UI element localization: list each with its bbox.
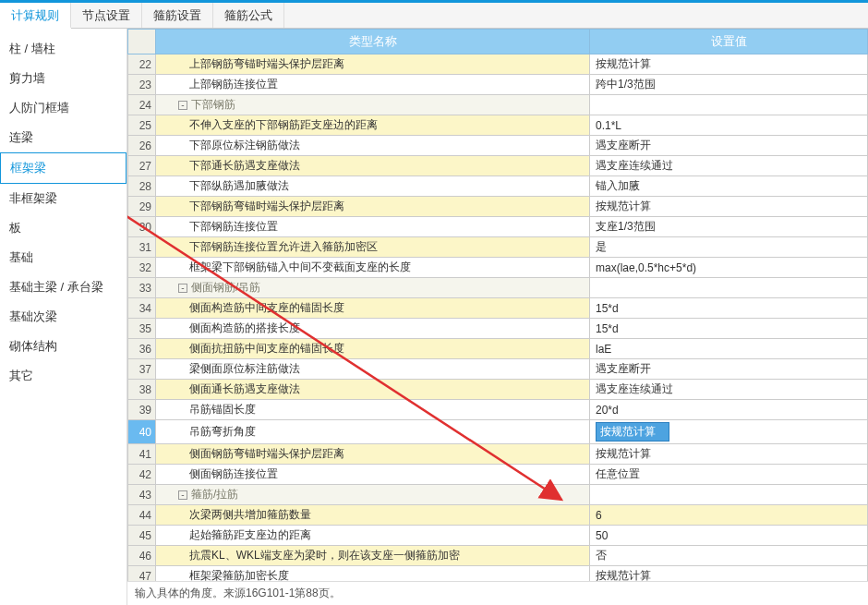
col-header-name[interactable]: 类型名称 <box>156 30 590 54</box>
tab-stirrup-formula[interactable]: 箍筋公式 <box>213 3 284 28</box>
table-row[interactable]: 31下部钢筋连接位置允许进入箍筋加密区是 <box>128 237 868 258</box>
tab-calc-rule[interactable]: 计算规则 <box>0 3 71 29</box>
table-row[interactable]: 41侧面钢筋弯锚时端头保护层距离按规范计算 <box>128 444 868 465</box>
row-value[interactable]: laE <box>590 339 868 359</box>
table-row[interactable]: 42侧面钢筋连接位置任意位置 <box>128 465 868 485</box>
table-row[interactable]: 28下部纵筋遇加腋做法锚入加腋 <box>128 176 868 197</box>
row-value[interactable]: 锚入加腋 <box>590 176 868 197</box>
tab-stirrup-settings[interactable]: 箍筋设置 <box>142 3 213 28</box>
row-name[interactable]: 不伸入支座的下部钢筋距支座边的距离 <box>156 115 590 136</box>
row-name[interactable]: -侧面钢筋/吊筋 <box>156 278 590 298</box>
row-value[interactable]: 50 <box>590 526 868 546</box>
sidebar-item-7[interactable]: 基础 <box>0 243 127 272</box>
sidebar-item-1[interactable]: 剪力墙 <box>0 64 127 93</box>
table-row[interactable]: 30下部钢筋连接位置支座1/3范围 <box>128 217 868 237</box>
row-name[interactable]: 侧面构造筋中间支座的锚固长度 <box>156 298 590 319</box>
row-name[interactable]: 吊筋锚固长度 <box>156 400 590 420</box>
sidebar-item-10[interactable]: 砌体结构 <box>0 332 127 361</box>
row-value[interactable]: 否 <box>590 546 868 566</box>
value-edit-field[interactable]: 按规范计算 <box>596 422 669 442</box>
row-name[interactable]: 下部通长筋遇支座做法 <box>156 156 590 176</box>
tab-node-settings[interactable]: 节点设置 <box>71 3 142 28</box>
table-row[interactable]: 22上部钢筋弯锚时端头保护层距离按规范计算 <box>128 54 868 75</box>
row-value[interactable]: 15*d <box>590 298 868 319</box>
row-name[interactable]: 下部纵筋遇加腋做法 <box>156 176 590 197</box>
row-value[interactable]: 遇支座连续通过 <box>590 156 868 176</box>
row-name[interactable]: 框架梁下部钢筋锚入中间不变截面支座的长度 <box>156 258 590 278</box>
row-name[interactable]: 下部钢筋连接位置允许进入箍筋加密区 <box>156 237 590 258</box>
row-value[interactable]: 遇支座断开 <box>590 359 868 380</box>
sidebar-item-0[interactable]: 柱 / 墙柱 <box>0 34 127 64</box>
row-value[interactable]: 20*d <box>590 400 868 420</box>
table-row[interactable]: 46抗震KL、WKL端支座为梁时，则在该支座一侧箍筋加密否 <box>128 546 868 566</box>
table-row[interactable]: 43-箍筋/拉筋 <box>128 485 868 505</box>
row-value[interactable]: 按规范计算 <box>590 420 868 444</box>
collapse-toggle-icon[interactable]: - <box>178 284 187 293</box>
row-name[interactable]: 侧面钢筋连接位置 <box>156 465 590 485</box>
row-name[interactable]: 抗震KL、WKL端支座为梁时，则在该支座一侧箍筋加密 <box>156 546 590 566</box>
row-name[interactable]: 上部钢筋连接位置 <box>156 75 590 95</box>
row-value[interactable] <box>590 485 868 505</box>
row-value[interactable]: 跨中1/3范围 <box>590 75 868 95</box>
table-row[interactable]: 33-侧面钢筋/吊筋 <box>128 278 868 298</box>
row-name[interactable]: 下部钢筋弯锚时端头保护层距离 <box>156 197 590 217</box>
table-row[interactable]: 34侧面构造筋中间支座的锚固长度15*d <box>128 298 868 319</box>
table-row[interactable]: 25不伸入支座的下部钢筋距支座边的距离0.1*L <box>128 115 868 136</box>
row-name[interactable]: -下部钢筋 <box>156 95 590 115</box>
table-row[interactable]: 39吊筋锚固长度20*d <box>128 400 868 420</box>
table-row[interactable]: 44次梁两侧共增加箍筋数量6 <box>128 505 868 526</box>
sidebar-item-2[interactable]: 人防门框墙 <box>0 93 127 123</box>
row-value[interactable] <box>590 278 868 298</box>
table-row[interactable]: 47框架梁箍筋加密长度按规范计算 <box>128 566 868 582</box>
sidebar-item-9[interactable]: 基础次梁 <box>0 302 127 332</box>
row-name[interactable]: 侧面抗扭筋中间支座的锚固长度 <box>156 339 590 359</box>
collapse-toggle-icon[interactable]: - <box>178 490 187 500</box>
collapse-toggle-icon[interactable]: - <box>178 101 187 110</box>
table-row[interactable]: 29下部钢筋弯锚时端头保护层距离按规范计算 <box>128 197 868 217</box>
row-value[interactable]: 按规范计算 <box>590 444 868 465</box>
table-wrapper[interactable]: 类型名称 设置值 22上部钢筋弯锚时端头保护层距离按规范计算23上部钢筋连接位置… <box>127 29 868 581</box>
row-name[interactable]: 侧面通长筋遇支座做法 <box>156 380 590 400</box>
row-value[interactable]: max(lae,0.5*hc+5*d) <box>590 258 868 278</box>
row-value[interactable]: 支座1/3范围 <box>590 217 868 237</box>
sidebar-item-5[interactable]: 非框架梁 <box>0 184 127 213</box>
col-header-val[interactable]: 设置值 <box>590 30 868 54</box>
row-name[interactable]: 上部钢筋弯锚时端头保护层距离 <box>156 54 590 75</box>
sidebar-item-3[interactable]: 连梁 <box>0 123 127 152</box>
table-row[interactable]: 35侧面构造筋的搭接长度15*d <box>128 319 868 339</box>
row-value[interactable]: 按规范计算 <box>590 197 868 217</box>
row-value[interactable]: 任意位置 <box>590 465 868 485</box>
row-name[interactable]: 吊筋弯折角度 <box>156 420 590 444</box>
table-row[interactable]: 37梁侧面原位标注筋做法遇支座断开 <box>128 359 868 380</box>
row-name[interactable]: 下部钢筋连接位置 <box>156 217 590 237</box>
row-name[interactable]: -箍筋/拉筋 <box>156 485 590 505</box>
sidebar-item-11[interactable]: 其它 <box>0 361 127 391</box>
row-value[interactable]: 按规范计算 <box>590 54 868 75</box>
row-value[interactable]: 遇支座断开 <box>590 136 868 156</box>
row-name[interactable]: 梁侧面原位标注筋做法 <box>156 359 590 380</box>
table-row[interactable]: 45起始箍筋距支座边的距离50 <box>128 526 868 546</box>
table-row[interactable]: 24-下部钢筋 <box>128 95 868 115</box>
table-row[interactable]: 23上部钢筋连接位置跨中1/3范围 <box>128 75 868 95</box>
row-name[interactable]: 框架梁箍筋加密长度 <box>156 566 590 582</box>
row-value[interactable]: 0.1*L <box>590 115 868 136</box>
table-row[interactable]: 32框架梁下部钢筋锚入中间不变截面支座的长度max(lae,0.5*hc+5*d… <box>128 258 868 278</box>
table-row[interactable]: 26下部原位标注钢筋做法遇支座断开 <box>128 136 868 156</box>
row-value[interactable]: 按规范计算 <box>590 566 868 582</box>
table-row[interactable]: 40吊筋弯折角度按规范计算 <box>128 420 868 444</box>
table-row[interactable]: 27下部通长筋遇支座做法遇支座连续通过 <box>128 156 868 176</box>
row-value[interactable]: 是 <box>590 237 868 258</box>
sidebar-item-4[interactable]: 框架梁 <box>0 152 127 184</box>
table-row[interactable]: 36侧面抗扭筋中间支座的锚固长度laE <box>128 339 868 359</box>
row-name[interactable]: 下部原位标注钢筋做法 <box>156 136 590 156</box>
row-value[interactable]: 6 <box>590 505 868 526</box>
row-name[interactable]: 次梁两侧共增加箍筋数量 <box>156 505 590 526</box>
sidebar-item-6[interactable]: 板 <box>0 213 127 243</box>
row-name[interactable]: 侧面钢筋弯锚时端头保护层距离 <box>156 444 590 465</box>
row-name[interactable]: 起始箍筋距支座边的距离 <box>156 526 590 546</box>
row-value[interactable]: 15*d <box>590 319 868 339</box>
row-value[interactable] <box>590 95 868 115</box>
sidebar-item-8[interactable]: 基础主梁 / 承台梁 <box>0 272 127 302</box>
row-name[interactable]: 侧面构造筋的搭接长度 <box>156 319 590 339</box>
table-row[interactable]: 38侧面通长筋遇支座做法遇支座连续通过 <box>128 380 868 400</box>
